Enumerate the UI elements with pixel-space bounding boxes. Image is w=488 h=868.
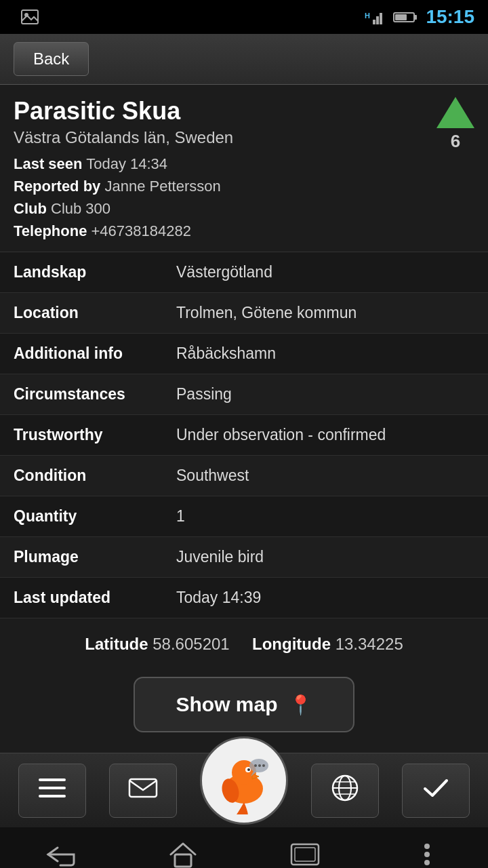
nav-home-button[interactable]: [156, 834, 210, 868]
nav-more-button[interactable]: [400, 834, 454, 868]
svg-rect-11: [39, 795, 66, 797]
check-tab-button[interactable]: [402, 764, 470, 818]
back-button[interactable]: Back: [14, 42, 89, 76]
table-value: Passing: [163, 374, 488, 415]
status-bar: H 15:15: [0, 0, 488, 34]
bird-name: Parasitic Skua: [14, 97, 474, 125]
svg-rect-8: [395, 14, 407, 20]
svg-point-31: [424, 852, 430, 857]
nav-back-button[interactable]: [34, 834, 88, 868]
svg-point-20: [258, 764, 261, 767]
check-icon: [422, 776, 449, 805]
map-pin-icon: 📍: [289, 694, 312, 716]
svg-rect-29: [295, 848, 315, 861]
nav-bar: [0, 827, 488, 868]
table-value: Today 14:39: [163, 578, 488, 618]
svg-point-19: [254, 764, 257, 767]
table-row: LandskapVästergötland: [0, 252, 488, 293]
bird-svg: [210, 747, 278, 814]
globe-icon: [330, 773, 360, 808]
svg-text:H: H: [365, 12, 370, 20]
tab-bar: [0, 753, 488, 827]
table-row: Last updatedToday 14:39: [0, 578, 488, 618]
table-label: Plumage: [0, 537, 163, 578]
bird-header: Parasitic Skua Västra Götalands län, Swe…: [0, 85, 488, 252]
message-tab-button[interactable]: [109, 764, 177, 818]
globe-tab-button[interactable]: [311, 764, 379, 818]
bird-meta: Last seen Today 14:34 Reported by Janne …: [14, 153, 474, 242]
svg-rect-0: [22, 10, 38, 24]
svg-rect-3: [373, 20, 375, 24]
svg-rect-27: [175, 854, 191, 867]
image-icon: [20, 9, 39, 25]
alert-badge: 6: [436, 97, 474, 152]
table-value: Råbäckshamn: [163, 334, 488, 374]
table-row: TrustworthyUnder observation - confirmed: [0, 415, 488, 456]
table-row: ConditionSouthwest: [0, 456, 488, 496]
bird-region: Västra Götalands län, Sweden: [14, 128, 474, 147]
battery-icon: [393, 10, 418, 24]
nav-recent-button[interactable]: [278, 834, 332, 868]
message-icon: [128, 776, 158, 805]
svg-point-16: [247, 768, 250, 771]
longitude-value: 13.34225: [336, 635, 403, 653]
table-label: Circumstances: [0, 374, 163, 415]
table-value: Under observation - confirmed: [163, 415, 488, 456]
bird-logo-icon: [202, 738, 286, 823]
status-time: 15:15: [426, 6, 474, 28]
latitude-label: Latitude: [85, 635, 148, 653]
svg-point-30: [424, 844, 430, 849]
table-label: Additional info: [0, 334, 163, 374]
table-label: Last updated: [0, 578, 163, 618]
main-content: Parasitic Skua Västra Götalands län, Swe…: [0, 85, 488, 753]
svg-point-21: [262, 764, 265, 767]
badge-count: 6: [451, 131, 460, 152]
table-label: Quantity: [0, 496, 163, 537]
table-label: Condition: [0, 456, 163, 496]
center-logo-button[interactable]: [200, 736, 288, 825]
coordinates-section: Latitude 58.605201 Longitude 13.34225: [0, 618, 488, 670]
table-row: Quantity1: [0, 496, 488, 537]
table-row: CircumstancesPassing: [0, 374, 488, 415]
menu-tab-button[interactable]: [18, 764, 86, 818]
latitude-value: 58.605201: [152, 635, 229, 653]
menu-icon: [39, 778, 66, 803]
table-value: Southwest: [163, 456, 488, 496]
status-left-icons: [14, 9, 357, 25]
table-label: Trustworthy: [0, 415, 163, 456]
info-table: LandskapVästergötlandLocationTrolmen, Gö…: [0, 252, 488, 618]
svg-rect-9: [39, 778, 66, 781]
table-row: Additional infoRåbäckshamn: [0, 334, 488, 374]
table-value: Västergötland: [163, 252, 488, 293]
svg-rect-10: [39, 787, 66, 789]
top-bar: Back: [0, 34, 488, 85]
signal-icon: H: [365, 9, 385, 25]
svg-point-32: [424, 860, 430, 865]
table-label: Landskap: [0, 252, 163, 293]
table-value: Trolmen, Götene kommun: [163, 293, 488, 334]
longitude-label: Longitude: [252, 635, 331, 653]
table-value: Juvenile bird: [163, 537, 488, 578]
svg-rect-4: [376, 16, 379, 24]
table-label: Location: [0, 293, 163, 334]
triangle-icon: [436, 97, 474, 128]
table-value: 1: [163, 496, 488, 537]
svg-rect-7: [414, 15, 417, 20]
svg-rect-5: [380, 13, 382, 24]
show-map-label: Show map: [176, 693, 277, 716]
table-row: PlumageJuvenile bird: [0, 537, 488, 578]
table-row: LocationTrolmen, Götene kommun: [0, 293, 488, 334]
show-map-button[interactable]: Show map 📍: [134, 677, 354, 732]
svg-rect-12: [129, 779, 157, 797]
